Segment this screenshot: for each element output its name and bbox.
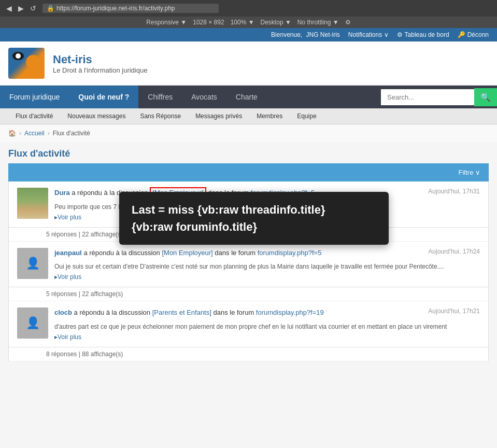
settings-icon[interactable]: ⚙ bbox=[345, 19, 351, 26]
browser-toolbar: Responsive ▼ 1028 × 892 100% ▼ Desktop ▼… bbox=[0, 17, 497, 28]
activity-header-2: jeanpaul a répondu à la discussion [Mon … bbox=[54, 248, 321, 258]
activity-time-2: Aujourd'hui, 17h24 bbox=[428, 248, 480, 255]
nav-item-charte[interactable]: Charte bbox=[226, 86, 267, 108]
dans-le-forum-3: dans le forum bbox=[213, 309, 255, 316]
replies-2: 5 réponses bbox=[46, 290, 77, 298]
site-header-text: Net-iris Le Droit à l'information juridi… bbox=[53, 53, 147, 74]
subnav-equipe[interactable]: Equipe bbox=[290, 108, 323, 124]
username-jeanpaul[interactable]: jeanpaul bbox=[54, 249, 82, 257]
activity-text-2: Oui je suis sur et certain d'etre D'astr… bbox=[54, 262, 480, 271]
voir-plus-2[interactable]: ▸Voir plus bbox=[54, 273, 480, 281]
nav-item-forum[interactable]: Forum juridique bbox=[0, 86, 69, 108]
username-link[interactable]: JNG Net-iris bbox=[306, 31, 340, 38]
search-button[interactable]: 🔍 bbox=[474, 88, 497, 106]
avatar-placeholder-2: 👤 bbox=[17, 248, 48, 279]
home-icon[interactable]: 🏠 bbox=[8, 130, 16, 137]
subnav-sans-reponse[interactable]: Sans Réponse bbox=[133, 108, 188, 124]
refresh-button[interactable]: ↺ bbox=[28, 3, 38, 13]
breadcrumb: 🏠 › Accueil › Flux d'activité bbox=[0, 124, 497, 142]
activity-stats-2: 5 réponses | 22 affichage(s) bbox=[8, 287, 489, 301]
browser-chrome: ◀ ▶ ↺ 🔒 https://forum-juridique.net-iris… bbox=[0, 0, 497, 17]
lock-icon: 🔒 bbox=[47, 5, 54, 12]
activity-time-3: Aujourd'hui, 17h21 bbox=[428, 307, 480, 315]
breadcrumb-sep1: › bbox=[19, 130, 21, 137]
views-1: 22 affichage(s) bbox=[82, 231, 123, 238]
site-logo[interactable] bbox=[8, 48, 45, 79]
dans-le-forum-2: dans le forum bbox=[215, 249, 257, 257]
avatar-3: 👤 bbox=[17, 307, 48, 339]
back-button[interactable]: ◀ bbox=[4, 3, 14, 13]
views-2: 22 affichage(s) bbox=[82, 290, 123, 298]
nav-buttons[interactable]: ◀ ▶ ↺ bbox=[4, 3, 38, 13]
search-input[interactable] bbox=[381, 89, 474, 105]
subnav-flux[interactable]: Flux d'activité bbox=[8, 108, 60, 124]
activity-item-3: 👤 clocb a répondu à la discussion [Paren… bbox=[8, 301, 489, 347]
filter-bar: Filtre ∨ bbox=[8, 163, 489, 181]
discussion-link-3[interactable]: [Parents et Enfants] bbox=[152, 309, 211, 316]
zoom-label[interactable]: 100% ▼ bbox=[231, 19, 254, 26]
activity-header-3: clocb a répondu à la discussion [Parents… bbox=[54, 307, 324, 318]
voir-plus-3[interactable]: ▸Voir plus bbox=[54, 333, 480, 341]
url-text: https://forum-juridique.net-iris.fr/acti… bbox=[56, 5, 175, 12]
forward-button[interactable]: ▶ bbox=[16, 3, 26, 13]
avatar-2: 👤 bbox=[17, 248, 48, 279]
tooltip-line1: Last = miss {vb:raw threadinfo.title} bbox=[132, 201, 376, 218]
activity-stats-3: 8 réponses | 88 affichage(s) bbox=[8, 347, 489, 361]
gear-icon: ⚙ bbox=[397, 31, 403, 38]
filter-button[interactable]: Filtre ∨ bbox=[459, 169, 481, 176]
responsive-label[interactable]: Responsive ▼ bbox=[146, 19, 187, 26]
replies-1: 5 réponses bbox=[46, 231, 77, 238]
page-content: Flux d'activité Last = miss {vb:raw thre… bbox=[0, 142, 497, 370]
address-bar[interactable]: 🔒 https://forum-juridique.net-iris.fr/ac… bbox=[42, 4, 219, 13]
subnav-nouveaux[interactable]: Nouveaux messages bbox=[60, 108, 133, 124]
tableau-bord-link[interactable]: ⚙ Tableau de bord bbox=[397, 31, 449, 38]
replies-3: 8 réponses bbox=[46, 351, 77, 358]
deconnect-link[interactable]: 🔑 Déconn bbox=[458, 31, 489, 38]
action-text-3: a répondu à la discussion bbox=[74, 309, 152, 316]
views-3: 88 affichage(s) bbox=[82, 351, 123, 358]
site-tagline: Le Droit à l'information juridique bbox=[53, 66, 147, 74]
logo-eye bbox=[12, 52, 24, 60]
activity-content-3: clocb a répondu à la discussion [Parents… bbox=[54, 307, 480, 341]
throttling-label[interactable]: No throttling ▼ bbox=[297, 19, 339, 26]
site-topbar: Bienvenue, JNG Net-iris Notifications ∨ … bbox=[0, 28, 497, 41]
forum-link-3[interactable]: forumdisplay.php?f=19 bbox=[256, 309, 324, 316]
notifications-dropdown[interactable]: Notifications ∨ bbox=[348, 31, 389, 38]
site-name: Net-iris bbox=[53, 53, 147, 66]
discussion-link-2[interactable]: [Mon Employeur] bbox=[162, 249, 212, 257]
main-nav: Forum juridique Quoi de neuf ? Chiffres … bbox=[0, 86, 497, 108]
site-header: Net-iris Le Droit à l'information juridi… bbox=[0, 41, 497, 86]
activity-text-3: d'autres part est ce que je peux échelon… bbox=[54, 322, 480, 331]
breadcrumb-current: Flux d'activité bbox=[53, 130, 90, 137]
subnav-membres[interactable]: Membres bbox=[249, 108, 290, 124]
sub-nav: Flux d'activité Nouveaux messages Sans R… bbox=[0, 108, 497, 124]
breadcrumb-sep2: › bbox=[48, 130, 50, 137]
nav-search[interactable]: 🔍 bbox=[381, 88, 497, 106]
avatar-1 bbox=[17, 188, 48, 219]
forum-link-2[interactable]: forumdisplay.php?f=5 bbox=[258, 249, 322, 257]
avatar-placeholder-3: 👤 bbox=[17, 307, 48, 339]
logo-circle bbox=[26, 55, 40, 69]
nav-item-chiffres[interactable]: Chiffres bbox=[138, 86, 182, 108]
desktop-label[interactable]: Desktop ▼ bbox=[261, 19, 291, 26]
activity-item-2: 👤 jeanpaul a répondu à la discussion [Mo… bbox=[8, 242, 489, 288]
nav-item-quoi[interactable]: Quoi de neuf ? bbox=[69, 86, 138, 108]
activity-time-1: Aujourd'hui, 17h31 bbox=[428, 188, 480, 195]
bienvenue-text: Bienvenue, JNG Net-iris bbox=[271, 31, 340, 38]
activity-content-2: jeanpaul a répondu à la discussion [Mon … bbox=[54, 248, 480, 281]
breadcrumb-accueil[interactable]: Accueil bbox=[24, 130, 45, 137]
username-dura[interactable]: Dura bbox=[54, 189, 70, 197]
key-icon: 🔑 bbox=[458, 31, 465, 38]
dimensions-label: 1028 × 892 bbox=[193, 19, 224, 26]
username-clocb[interactable]: clocb bbox=[54, 309, 72, 316]
avatar-landscape bbox=[17, 188, 48, 219]
tooltip-line2: {vb:raw foruminfo.title} bbox=[132, 218, 376, 235]
action-text-2: a répondu à la discussion bbox=[83, 249, 162, 257]
nav-item-avocats[interactable]: Avocats bbox=[182, 86, 226, 108]
page-title: Flux d'activité bbox=[8, 142, 489, 163]
tooltip-overlay: Last = miss {vb:raw threadinfo.title} {v… bbox=[119, 192, 389, 245]
subnav-messages-prives[interactable]: Messages privés bbox=[188, 108, 249, 124]
logo-eye-inner bbox=[16, 53, 21, 59]
